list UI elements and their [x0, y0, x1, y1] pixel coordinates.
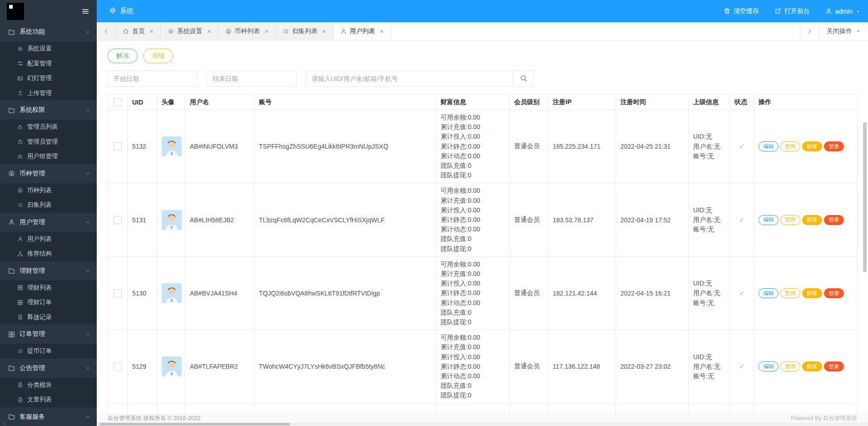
sidebar-item-5[interactable]: 订单管理 — [0, 325, 97, 344]
sidebar-subitem[interactable]: 系统设置 — [0, 41, 97, 56]
start-date-input[interactable] — [108, 70, 198, 87]
cell-avatar — [157, 330, 185, 403]
action-disable-button[interactable]: 禁用 — [780, 361, 800, 371]
sidebar-item-4[interactable]: 理财管理 — [0, 261, 97, 281]
action-wealth-button[interactable]: 财富 — [802, 288, 822, 298]
row-checkbox[interactable] — [114, 142, 122, 150]
search-input[interactable] — [306, 70, 513, 87]
table-row: 5130AB#BVJA41SH4TQJQ2i6sbVQA8hwSKL6T91fD… — [108, 256, 858, 330]
close-operations-button[interactable]: 关闭操作 — [819, 22, 868, 40]
sidebar-subitem[interactable]: 归集列表 — [0, 198, 97, 213]
close-icon[interactable]: × — [207, 27, 211, 35]
tab-归集列表[interactable]: 归集列表× — [276, 22, 333, 40]
clear-cache-button[interactable]: 清空缓存 — [716, 0, 767, 22]
col-header: 注册IP — [548, 95, 616, 110]
folder-icon — [8, 107, 15, 114]
superior-line: 账号:无 — [693, 371, 725, 381]
col-header: UID — [128, 95, 157, 110]
sidebar-subitem[interactable]: 用户组管理 — [0, 149, 97, 164]
wealth-line: 团队充值:0 — [441, 381, 505, 391]
action-wealth-button[interactable]: 财富 — [802, 361, 822, 371]
sidebar-group: 币种管理币种列表归集列表 — [0, 164, 97, 213]
chevron-right-icon — [807, 28, 813, 34]
chevron-down-icon — [85, 108, 90, 113]
freeze-button[interactable]: 冻结 — [143, 49, 173, 63]
wealth-line: 团队充值:0 — [441, 308, 505, 317]
wealth-line: 累计充值:0.00 — [441, 122, 505, 132]
superior-line: 账号:无 — [693, 298, 725, 308]
sidebar-subitem[interactable]: 管理员列表 — [0, 120, 97, 135]
cell-level: 普通会员 — [510, 330, 548, 403]
sidebar-subitem[interactable]: 上传管理 — [0, 86, 97, 101]
sidebar-subitem[interactable]: 币种列表 — [0, 183, 97, 198]
action-wealth-button[interactable]: 财富 — [802, 215, 822, 225]
tab-系统设置[interactable]: 系统设置× — [161, 22, 218, 40]
end-date-input[interactable] — [207, 70, 297, 87]
sidebar-item-2[interactable]: 币种管理 — [0, 164, 97, 183]
cell-avatar — [157, 110, 185, 183]
close-icon[interactable]: × — [322, 27, 326, 35]
col-header: 头像 — [157, 95, 185, 110]
cell-uid: 5131 — [128, 183, 157, 256]
superior-line: 账号:无 — [693, 225, 725, 234]
tab-首页[interactable]: 首页× — [116, 22, 161, 40]
admin-menu-button[interactable]: admin — [818, 0, 868, 22]
folder-icon — [8, 365, 15, 371]
sidebar-subitem-label: 用户列表 — [27, 235, 52, 243]
sidebar-subitem[interactable]: 管理员管理 — [0, 135, 97, 150]
sidebar-subitem[interactable]: 用户列表 — [0, 232, 97, 247]
open-frontend-button[interactable]: 打开前台 — [767, 0, 818, 22]
select-all-checkbox[interactable] — [114, 98, 122, 106]
row-checkbox[interactable] — [114, 363, 122, 371]
action-login-button[interactable]: 登录 — [824, 288, 844, 298]
sidebar-scroll-left-icon[interactable] — [2, 421, 7, 426]
sidebar-item-1[interactable]: 系统权限 — [0, 100, 97, 120]
tabs-scroll-left-button[interactable] — [97, 22, 116, 40]
action-disable-button[interactable]: 禁用 — [780, 288, 800, 298]
cell-level: 普通会员 — [510, 183, 548, 256]
row-checkbox[interactable] — [114, 216, 122, 224]
row-checkbox[interactable] — [114, 289, 122, 297]
action-edit-button[interactable]: 编辑 — [759, 361, 779, 371]
cell-uid — [128, 403, 157, 414]
sidebar-subitem[interactable]: 推荐结构 — [0, 246, 97, 261]
action-edit-button[interactable]: 编辑 — [759, 215, 779, 225]
sidebar-item-3[interactable]: 用户管理 — [0, 213, 97, 232]
horizontal-scrollbar-thumb[interactable] — [99, 423, 290, 426]
tabs-scroll-right-button[interactable] — [800, 22, 819, 40]
sidebar-item-0[interactable]: 系统功能 — [0, 22, 97, 41]
sidebar-subitem[interactable]: 配置管理 — [0, 56, 97, 71]
sidebar-subitem[interactable]: 分类模块 — [0, 378, 97, 393]
cell-uid: 5129 — [128, 330, 157, 403]
close-icon[interactable]: × — [380, 27, 384, 35]
status-check-icon: ✓ — [739, 362, 745, 370]
sidebar-subitem[interactable]: 释放记录 — [0, 310, 97, 325]
action-wealth-button[interactable]: 财富 — [802, 141, 822, 151]
action-login-button[interactable]: 登录 — [824, 361, 844, 371]
close-icon[interactable]: × — [265, 27, 269, 35]
action-edit-button[interactable]: 编辑 — [759, 288, 779, 298]
sidebar-item-7[interactable]: 客服服务 — [0, 407, 97, 426]
unfreeze-button[interactable]: 解冻 — [108, 49, 138, 63]
action-edit-button[interactable]: 编辑 — [759, 141, 779, 151]
sidebar-subitem[interactable]: 理财订单 — [0, 295, 97, 310]
tab-用户列表[interactable]: 用户列表× — [333, 22, 391, 40]
hamburger-menu-icon[interactable] — [81, 7, 89, 15]
cell-level — [510, 403, 548, 414]
close-icon[interactable]: × — [149, 27, 154, 35]
action-disable-button[interactable]: 禁用 — [780, 215, 800, 225]
action-login-button[interactable]: 登录 — [824, 141, 844, 151]
sidebar-subitem[interactable]: 提币订单 — [0, 344, 97, 359]
cell-ip: 185.225.234.171 — [548, 110, 616, 183]
sidebar-subitem[interactable]: 幻灯管理 — [0, 71, 97, 86]
vertical-scrollbar[interactable] — [863, 122, 867, 272]
action-login-button[interactable]: 登录 — [824, 215, 844, 225]
sidebar-subitem[interactable]: 文章列表 — [0, 392, 97, 407]
tab-币种列表[interactable]: 币种列表× — [218, 22, 276, 40]
cell-actions — [754, 403, 858, 414]
sidebar-subitem[interactable]: 理财列表 — [0, 281, 97, 296]
sidebar-item-6[interactable]: 公告管理 — [0, 359, 97, 378]
search-button[interactable] — [513, 70, 534, 87]
action-disable-button[interactable]: 禁用 — [780, 141, 800, 151]
top-action-label: 清空缓存 — [734, 7, 759, 15]
